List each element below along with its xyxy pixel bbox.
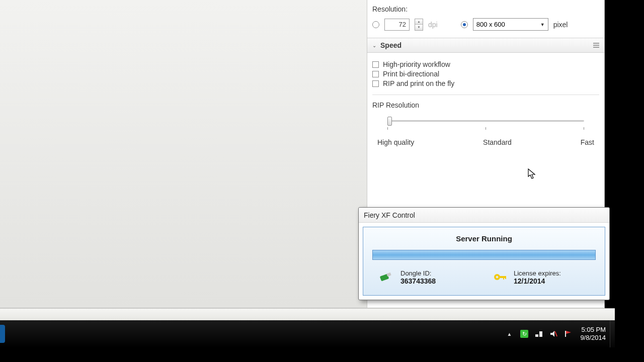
tray-sync-icon[interactable]: ↻ [520, 330, 528, 338]
high-priority-checkbox[interactable] [372, 61, 379, 68]
svg-rect-4 [499, 276, 506, 278]
dongle-icon [378, 269, 394, 285]
dpi-unit-label: dpi [428, 21, 438, 29]
clock-date: 9/8/2014 [580, 334, 606, 342]
high-priority-label: High-priority workflow [383, 60, 450, 68]
rip-on-fly-label: RIP and print on the fly [383, 79, 454, 87]
start-button[interactable] [0, 325, 5, 343]
resolution-dpi-radio[interactable] [372, 21, 379, 28]
rip-resolution-slider[interactable] [387, 118, 584, 138]
tray-flag-icon[interactable] [564, 330, 572, 338]
rip-on-fly-checkbox[interactable] [372, 80, 379, 87]
bidirectional-label: Print bi-directional [383, 70, 439, 78]
svg-rect-9 [535, 334, 538, 337]
speed-section-header[interactable]: ⌄ Speed [367, 38, 604, 53]
slider-label-fast: Fast [581, 138, 594, 146]
tray-volume-icon[interactable] [549, 330, 557, 338]
popup-title-text: Fiery XF Control [364, 211, 415, 219]
tray-network-icon[interactable] [535, 330, 543, 338]
resolution-section: Resolution: ▲ ▼ dpi 800 x 600 ▼ pix [367, 0, 604, 38]
resolution-pixel-radio[interactable] [461, 21, 468, 28]
svg-rect-13 [565, 331, 566, 337]
spinner-up-icon[interactable]: ▲ [415, 19, 423, 25]
slider-ticks [387, 127, 584, 130]
pixel-unit-label: pixel [553, 21, 568, 29]
workspace-canvas [0, 0, 367, 308]
chevron-down-icon: ▼ [540, 22, 545, 27]
slider-label-high: High quality [377, 138, 414, 146]
server-status-text: Server Running [372, 234, 596, 243]
license-expires-label: License expires: [514, 269, 561, 277]
svg-marker-14 [566, 331, 571, 334]
letterbox-right [615, 0, 644, 362]
svg-text:↻: ↻ [522, 331, 527, 337]
windows-taskbar[interactable]: ▲ ↻ 5:05 PM 9/8/2014 [0, 320, 615, 347]
rip-resolution-label: RIP Resolution [372, 101, 599, 109]
slider-thumb[interactable] [387, 117, 392, 126]
server-progress-bar [372, 250, 596, 260]
tray-overflow-icon[interactable]: ▲ [505, 329, 514, 339]
app-statusbar [0, 308, 615, 320]
section-menu-icon[interactable] [593, 43, 599, 48]
section-divider [372, 95, 599, 95]
dongle-id-label: Dongle ID: [400, 269, 436, 277]
speed-section-body: High-priority workflow Print bi-directio… [367, 53, 604, 151]
system-tray[interactable]: ▲ ↻ [501, 329, 576, 339]
svg-point-3 [496, 276, 499, 279]
collapse-icon: ⌄ [372, 43, 376, 48]
bidirectional-checkbox[interactable] [372, 71, 379, 77]
fiery-xf-control-popup: Fiery XF Control Server Running [358, 207, 610, 300]
svg-rect-5 [503, 276, 504, 280]
svg-line-12 [555, 331, 557, 336]
svg-rect-10 [539, 331, 542, 337]
resolution-dpi-input[interactable] [384, 19, 410, 31]
taskbar-clock[interactable]: 5:05 PM 9/8/2014 [576, 324, 610, 344]
svg-marker-11 [550, 331, 554, 337]
slider-labels: High quality Standard Fast [377, 138, 594, 146]
popup-titlebar[interactable]: Fiery XF Control [359, 208, 609, 223]
slider-track [387, 120, 584, 122]
spinner-down-icon[interactable]: ▼ [415, 25, 423, 30]
show-desktop-button[interactable] [610, 320, 615, 347]
license-expires-value: 12/1/2014 [514, 277, 561, 285]
clock-time: 5:05 PM [580, 326, 606, 334]
dpi-spinner[interactable]: ▲ ▼ [415, 19, 423, 31]
dongle-id-value: 363743368 [400, 277, 436, 285]
resolution-pixel-value: 800 x 600 [476, 21, 505, 28]
svg-rect-6 [505, 276, 506, 279]
license-key-icon [492, 269, 508, 285]
letterbox-bottom [0, 347, 644, 362]
resolution-label: Resolution: [372, 5, 599, 13]
status-frame: Server Running Dongle ID: 363743368 [363, 227, 605, 296]
slider-label-standard: Standard [483, 138, 512, 146]
speed-section-title: Speed [380, 41, 589, 49]
resolution-pixel-select[interactable]: 800 x 600 ▼ [473, 18, 548, 31]
